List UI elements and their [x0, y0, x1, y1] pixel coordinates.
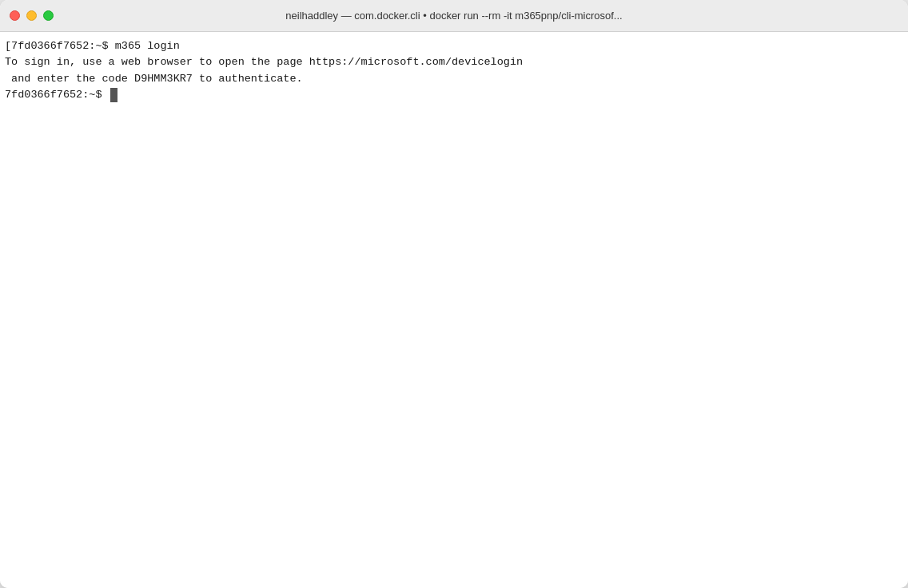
maximize-button[interactable] [43, 10, 54, 21]
terminal-line-2-text: To sign in, use a web browser to open th… [5, 54, 523, 70]
close-button[interactable] [10, 10, 20, 21]
window-title: neilhaddley — com.docker.cli • docker ru… [285, 10, 622, 22]
terminal-line-2: To sign in, use a web browser to open th… [5, 54, 903, 70]
terminal-line-1: [7fd0366f7652:~$ m365 login [5, 38, 903, 54]
titlebar: neilhaddley — com.docker.cli • docker ru… [0, 0, 908, 32]
terminal-body[interactable]: [7fd0366f7652:~$ m365 login To sign in, … [0, 32, 908, 588]
terminal-prompt: 7fd0366f7652:~$ [5, 87, 109, 103]
terminal-window: neilhaddley — com.docker.cli • docker ru… [0, 0, 908, 588]
traffic-lights [10, 10, 54, 21]
terminal-line-3-text: and enter the code D9HMM3KR7 to authenti… [5, 71, 303, 87]
terminal-line-1-text: [7fd0366f7652:~$ m365 login [5, 38, 180, 54]
terminal-cursor [110, 88, 117, 102]
terminal-line-3: and enter the code D9HMM3KR7 to authenti… [5, 71, 903, 87]
terminal-line-4: 7fd0366f7652:~$ [5, 87, 903, 103]
minimize-button[interactable] [26, 10, 37, 21]
